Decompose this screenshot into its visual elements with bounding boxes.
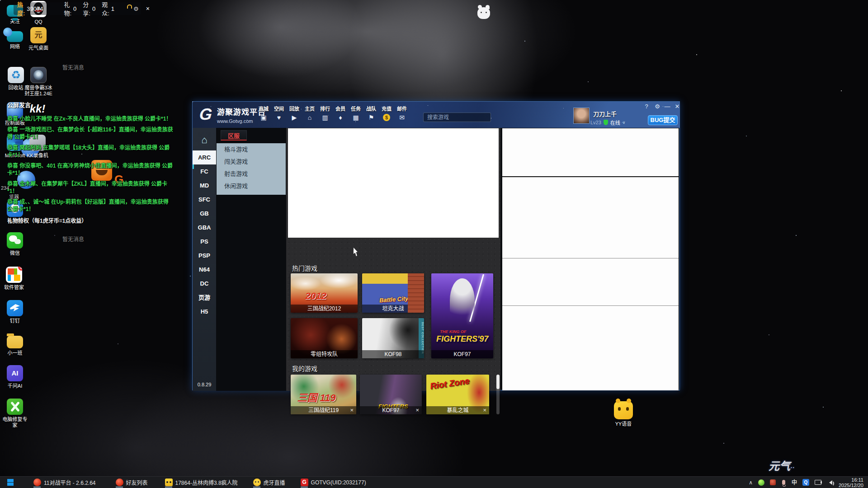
category-fighting[interactable]: 格斗游戏: [217, 143, 286, 155]
taskbar-item-friends[interactable]: 好友列表: [111, 477, 152, 488]
user-level: Lv23: [590, 120, 601, 125]
game-card-zeroteam[interactable]: 零组特攻队: [291, 318, 358, 358]
taskbar-item-game-room[interactable]: 17864-丛林肉搏3.8疯人院: [160, 477, 242, 488]
taskbar-item-11platform[interactable]: 11对战平台 - 2.6.2.64: [29, 477, 100, 488]
sidebar-item-fc[interactable]: FC: [193, 164, 216, 178]
user-status[interactable]: 在线: [610, 119, 620, 126]
tab-server-region[interactable]: 区服: [221, 130, 247, 141]
nav-ranking[interactable]: 排行▥: [317, 105, 333, 121]
tray-red-app-icon[interactable]: [770, 479, 776, 485]
card-art-top: THE KING OF: [440, 329, 466, 334]
my-game-kof97[interactable]: FIGHTERS KOF97 ×: [360, 375, 422, 414]
network-icon: [7, 31, 23, 42]
yy-voice-icon: [614, 401, 633, 419]
user-avatar[interactable]: [573, 108, 590, 124]
sidebar-item-dc[interactable]: DC: [193, 277, 216, 291]
sidebar-home-icon[interactable]: ⌂: [193, 128, 216, 150]
sidebar-item-sfc[interactable]: SFC: [193, 192, 216, 206]
home-icon: ⌂: [302, 114, 317, 121]
chat-message: 恭喜 小脸儿不睡觉 在Zx-不良人直播间，幸运抽贵族获得 公爵卡*1！: [7, 115, 174, 122]
tray-microphone-icon[interactable]: [782, 480, 785, 485]
tray-expand-chevron-icon[interactable]: ∧: [749, 477, 753, 488]
taskbar-clock[interactable]: 16:11 2025/12/20: [839, 477, 863, 488]
nav-recharge[interactable]: 充值$: [379, 105, 394, 121]
tray-360-icon[interactable]: [758, 479, 764, 486]
sidebar-item-webgame[interactable]: 页游: [193, 291, 216, 305]
heat-value: 39074: [27, 5, 43, 12]
desktop-pet-cat-widget[interactable]: [477, 7, 490, 19]
taskbar-item-huya[interactable]: 虎牙直播: [249, 477, 290, 488]
game-card-sanguo2012[interactable]: 2012 三国战纪2012: [291, 273, 358, 313]
desktop-icon-yuanqi-desktop[interactable]: 元 元气桌面: [26, 27, 51, 51]
game-card-tank[interactable]: Battle City 坦克大战: [362, 273, 424, 313]
sidebar-item-gb[interactable]: GB: [193, 206, 216, 221]
chat-message: 恭喜 你没事吧、401 在高冷男神烧小佳直播间，幸运抽贵族获得 公爵卡*1！: [7, 162, 174, 177]
category-casual[interactable]: 休闲游戏: [217, 180, 286, 192]
game-room-icon: [165, 479, 173, 486]
sidebar-item-n64[interactable]: N64: [193, 263, 216, 277]
section-my-games: 我的游戏: [292, 364, 317, 373]
audience-label: 观众:: [102, 0, 109, 17]
desktop-icon-network[interactable]: 网络: [3, 28, 27, 50]
overlay-close-icon[interactable]: ×: [146, 5, 150, 12]
category-beatemup[interactable]: 闯关游戏: [217, 155, 286, 168]
nav-space[interactable]: 空间♥: [271, 105, 287, 121]
desktop-icon-yy-voice[interactable]: YY语音: [611, 401, 636, 427]
desktop-icon-software-manager[interactable]: 3 软件管家: [2, 267, 26, 291]
fighter-figure: [450, 278, 475, 323]
game-card-kof98[interactable]: BEST COLLECTION KOF98: [362, 318, 424, 358]
start-button[interactable]: [0, 477, 21, 488]
tasks-calendar-icon: ▦: [348, 114, 363, 121]
nav-member[interactable]: 会员♦: [333, 105, 348, 121]
pc-repair-icon: [7, 399, 23, 415]
user-level-row: Lv23 在线 ∨: [590, 119, 625, 126]
game-card-kof97-tall[interactable]: THE KING OF FIGHTERS'97 KOF97: [431, 273, 493, 358]
remove-game-button[interactable]: ×: [483, 406, 486, 414]
banner-placeholder: [288, 128, 499, 238]
remove-game-button[interactable]: ×: [350, 406, 354, 414]
close-button[interactable]: ✕: [673, 103, 679, 110]
sidebar-item-md[interactable]: MD: [193, 178, 216, 192]
sidebar-item-h5[interactable]: H5: [193, 305, 216, 319]
team-flag-icon: ⚑: [363, 114, 379, 121]
tray-search-icon[interactable]: Q: [802, 479, 809, 486]
nav-replay[interactable]: 回放▶: [287, 105, 302, 121]
taskbar-item-gotvg[interactable]: G GOTVG(UID:2032177): [296, 477, 371, 488]
desktop-icon-wechat[interactable]: 微信: [3, 232, 27, 256]
remove-game-button[interactable]: ×: [415, 406, 419, 414]
nav-tasks[interactable]: 任务▦: [348, 105, 363, 121]
scrollbar-thumb[interactable]: [496, 375, 500, 389]
sidebar-item-gba[interactable]: GBA: [193, 221, 216, 235]
content-area: 热门游戏 2012 三国战纪2012 Battle City 坦克大战 THE …: [286, 128, 500, 391]
chevron-down-icon[interactable]: ∨: [623, 120, 626, 125]
sidebar-item-arc[interactable]: ARC: [193, 150, 216, 164]
help-button[interactable]: ?: [642, 103, 651, 110]
desktop-icon-pc-repair[interactable]: 电脑修复专家: [2, 399, 28, 428]
nav-mail[interactable]: 邮件✉: [394, 105, 410, 121]
tray-display-icon[interactable]: [815, 480, 821, 485]
tray-speaker-icon[interactable]: [827, 480, 832, 485]
category-panel: 格斗游戏 闯关游戏 射击游戏 休闲游戏: [217, 143, 286, 195]
overlay-settings-gear-icon[interactable]: ⚙: [133, 5, 139, 12]
gift-privilege-line: 礼物特权（每1虎牙币=1点收益）: [7, 216, 174, 224]
nav-shop[interactable]: 商城▣: [256, 105, 271, 121]
xiaoyiban-label: 小一班: [3, 350, 27, 356]
nav-home[interactable]: 主页⌂: [302, 105, 317, 121]
desktop-icon-qianwen-ai[interactable]: AI 千问AI: [3, 365, 27, 389]
my-game-riotzone[interactable]: Riot Zone 暴乱之城 ×: [426, 375, 489, 414]
chat-message: 恭喜 金木犀、在集梦犀牛【ZKL】直播间，幸运抽贵族获得 公爵卡*1！: [7, 180, 174, 195]
nav-team[interactable]: 战队⚑: [363, 105, 379, 121]
settings-gear-icon[interactable]: ⚙: [653, 103, 661, 110]
sidebar-item-psp[interactable]: PSP: [193, 249, 216, 263]
desktop-icon-dingtalk[interactable]: 钉钉: [3, 300, 27, 324]
desktop-icon-warcraft3[interactable]: 魔兽争霸3冰封王座1.24E: [24, 67, 53, 97]
bug-submit-button[interactable]: BUG提交: [648, 115, 678, 125]
sidebar-item-ps[interactable]: PS: [193, 235, 216, 249]
my-game-sanguo119[interactable]: 三国 119 三国战纪119 ×: [291, 375, 356, 414]
minimize-button[interactable]: —: [663, 103, 671, 110]
desktop-icon-xiaoyiban-folder[interactable]: 小一班: [3, 333, 27, 356]
heat-label: 热度:: [17, 0, 25, 17]
category-shooting[interactable]: 射击游戏: [217, 168, 286, 180]
search-input[interactable]: [423, 113, 491, 122]
ime-indicator[interactable]: 中: [792, 477, 797, 488]
